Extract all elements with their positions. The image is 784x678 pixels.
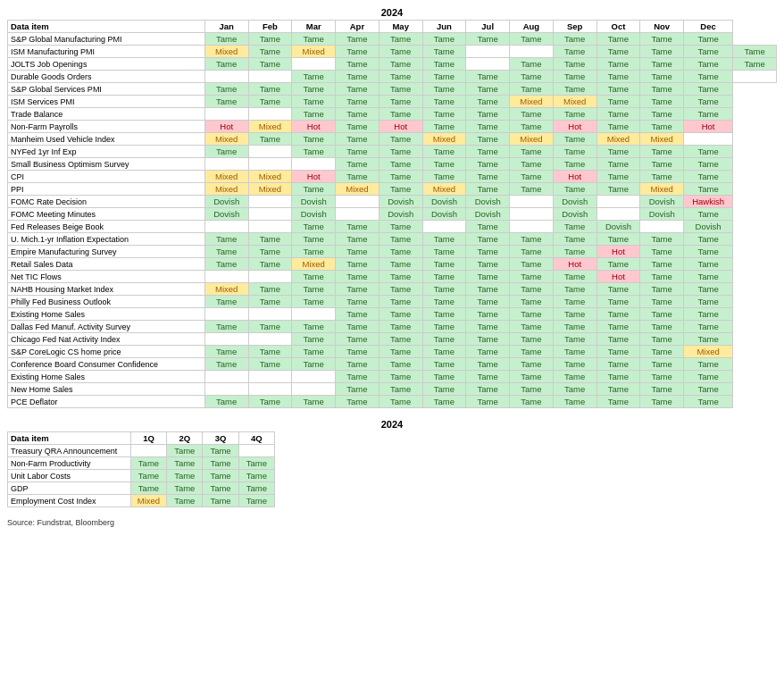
row-item-label: Existing Home Sales [8,371,205,383]
table-row: Small Business Optimism SurveyTameTameTa… [8,158,777,171]
cell-value: Tame [596,371,640,383]
cell-value: Tame [292,233,336,246]
cell-value: Tame [292,221,336,233]
cell-value [204,308,248,321]
table-row: Existing Home SalesTameTameTameTameTameT… [8,308,777,321]
cell-value: Tame [596,321,640,333]
row-item-label: Empire Manufacturing Survey [8,246,205,258]
cell-value: Tame [466,158,510,171]
cell-value: Tame [130,482,166,495]
cell-value: Tame [553,146,596,158]
cell-value: Mixed [204,46,248,58]
cell-value: Tame [596,58,640,71]
cell-value: Tame [422,346,466,358]
cell-value: Tame [640,383,684,396]
cell-value: Tame [292,396,336,408]
cell-value: Tame [336,271,379,283]
cell-value: Tame [379,258,422,271]
cell-value: Tame [553,83,596,96]
cell-value: Tame [248,321,292,333]
cell-value: Tame [684,171,733,183]
cell-value: Tame [204,258,248,271]
cell-value: Tame [466,146,510,158]
cell-value: Tame [684,358,733,371]
row-item-label: U. Mich.1-yr Inflation Expectation [8,233,205,246]
cell-value: Tame [422,71,466,83]
cell-value [248,333,292,346]
cell-value: Tame [336,371,379,383]
cell-value: Tame [336,158,379,171]
cell-value: Tame [204,58,248,71]
cell-value: Tame [379,33,422,46]
cell-value: Tame [379,221,422,233]
cell-value [248,158,292,171]
cell-value: Tame [130,457,166,470]
cell-value: Tame [640,271,684,283]
cell-value: Tame [422,271,466,283]
cell-value: Tame [466,283,510,296]
cell-value: Tame [510,146,554,158]
cell-value: Tame [684,58,733,71]
cell-value: Mixed [422,183,466,196]
cell-value: Tame [422,121,466,133]
row-item-label: Durable Goods Orders [8,71,205,83]
row-item-label: Non-Farm Payrolls [8,121,205,133]
cell-value: Tame [596,96,640,108]
cell-value: Tame [466,133,510,146]
row-item-label: Unit Labor Costs [8,470,131,482]
cell-value [292,308,336,321]
cell-value: Tame [292,358,336,371]
cell-value: Hot [553,121,596,133]
cell-value: Tame [379,183,422,196]
cell-value: Hot [553,171,596,183]
cell-value: Mixed [292,258,336,271]
cell-value: Tame [379,133,422,146]
cell-value: Tame [336,171,379,183]
cell-value [596,208,640,221]
cell-value [640,221,684,233]
monthly-table-header: Data item Jan Feb Mar Apr May Jun Jul Au… [8,21,777,33]
cell-value: Tame [553,46,596,58]
cell-value: Tame [204,396,248,408]
cell-value: Tame [640,171,684,183]
cell-value: Tame [640,296,684,308]
table-row: NAHB Housing Market IndexMixedTameTameTa… [8,283,777,296]
cell-value: Tame [204,296,248,308]
cell-value: Tame [684,396,733,408]
cell-value: Tame [684,383,733,396]
cell-value: Tame [422,233,466,246]
table-row: Conference Board Consumer ConfidenceTame… [8,358,777,371]
cell-value: Tame [292,96,336,108]
cell-value: Tame [379,371,422,383]
cell-value: Hot [204,121,248,133]
cell-value [510,196,554,208]
cell-value: Tame [248,83,292,96]
cell-value: Tame [422,246,466,258]
cell-value: Tame [379,158,422,171]
cell-value [596,196,640,208]
col-header-jan: Jan [204,21,248,33]
cell-value: Tame [553,358,596,371]
cell-value: Tame [422,33,466,46]
table-row: Non-Farm PayrollsHotMixedHotTameHotTameT… [8,121,777,133]
cell-value: Tame [510,171,554,183]
cell-value: Tame [422,333,466,346]
cell-value: Tame [422,396,466,408]
table-row: Net TIC FlowsTameTameTameTameTameTameTam… [8,271,777,283]
row-item-label: CPI [8,171,205,183]
table-row: Unit Labor CostsTameTameTameTame [8,470,275,482]
cell-value: Tame [204,33,248,46]
cell-value: Hot [596,246,640,258]
cell-value: Tame [422,383,466,396]
cell-value [422,221,466,233]
cell-value: Tame [379,71,422,83]
cell-value: Tame [466,121,510,133]
cell-value [292,158,336,171]
row-item-label: GDP [8,482,131,495]
cell-value [204,371,248,383]
cell-value: Mixed [204,183,248,196]
cell-value: Tame [336,121,379,133]
cell-value: Tame [248,246,292,258]
cell-value: Mixed [640,133,684,146]
cell-value: Dovish [204,196,248,208]
